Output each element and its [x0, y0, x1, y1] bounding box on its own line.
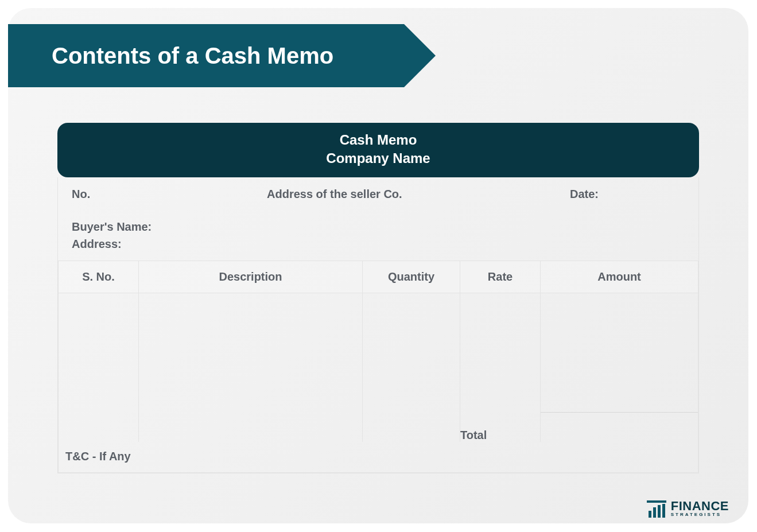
- brand-logo: FINANCE STRATEGISTS: [647, 499, 729, 518]
- memo-buyer-name-label: Buyer's Name:: [72, 218, 685, 235]
- col-quantity: Quantity: [363, 261, 460, 293]
- memo-body: No. Address of the seller Co. Date: Buye…: [57, 177, 699, 474]
- col-amount: Amount: [541, 261, 698, 293]
- cash-memo-container: Cash Memo Company Name No. Address of th…: [57, 123, 699, 473]
- cell-rate-total: Total: [460, 293, 541, 442]
- memo-header-line1: Cash Memo: [57, 131, 699, 149]
- cell-quantity: [363, 293, 460, 442]
- svg-rect-1: [653, 507, 656, 518]
- memo-buyer-address-label: Address:: [72, 235, 685, 253]
- page-title: Contents of a Cash Memo: [52, 43, 333, 69]
- svg-rect-0: [649, 511, 651, 518]
- cell-description: [139, 293, 363, 442]
- memo-info-row-top: No. Address of the seller Co. Date:: [72, 188, 685, 201]
- card-background: Contents of a Cash Memo Cash Memo Compan…: [8, 8, 748, 523]
- memo-date-label: Date:: [570, 188, 685, 201]
- amount-area: [541, 293, 698, 413]
- terms-conditions-row: T&C - If Any: [58, 442, 698, 473]
- amount-total-area: [541, 412, 698, 442]
- brand-name: FINANCE: [671, 500, 729, 512]
- memo-info-row-buyer: Buyer's Name: Address:: [72, 218, 685, 253]
- memo-header-line2: Company Name: [57, 149, 699, 168]
- total-label: Total: [460, 429, 487, 441]
- svg-rect-2: [658, 505, 661, 518]
- memo-info-block: No. Address of the seller Co. Date: Buye…: [58, 177, 698, 261]
- col-description: Description: [139, 261, 363, 293]
- svg-rect-3: [662, 504, 665, 518]
- brand-text: FINANCE STRATEGISTS: [671, 500, 729, 517]
- cell-sno: [59, 293, 139, 442]
- memo-header: Cash Memo Company Name: [57, 123, 699, 177]
- bars-icon: [647, 499, 666, 518]
- table-body-row: Total: [59, 293, 698, 442]
- col-sno: S. No.: [59, 261, 139, 293]
- brand-sub: STRATEGISTS: [671, 512, 729, 517]
- cell-amount: [541, 293, 698, 442]
- title-banner: Contents of a Cash Memo: [8, 24, 404, 87]
- memo-items-table: S. No. Description Quantity Rate Amount: [58, 261, 698, 442]
- memo-seller-address-label: Address of the seller Co.: [267, 188, 570, 201]
- memo-no-label: No.: [72, 188, 267, 201]
- col-rate: Rate: [460, 261, 541, 293]
- table-header-row: S. No. Description Quantity Rate Amount: [59, 261, 698, 293]
